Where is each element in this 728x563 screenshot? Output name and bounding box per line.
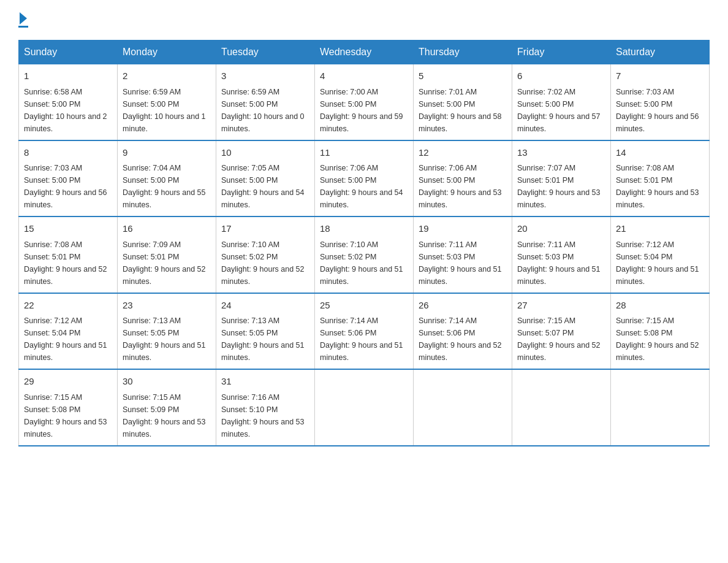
- day-info: Sunrise: 7:14 AMSunset: 5:06 PMDaylight:…: [419, 315, 507, 364]
- day-number: 14: [616, 146, 704, 160]
- calendar-cell: 14Sunrise: 7:08 AMSunset: 5:01 PMDayligh…: [611, 140, 710, 217]
- day-info: Sunrise: 7:03 AMSunset: 5:00 PMDaylight:…: [616, 86, 704, 135]
- calendar-cell: 29Sunrise: 7:15 AMSunset: 5:08 PMDayligh…: [19, 369, 118, 446]
- day-number: 18: [320, 222, 408, 236]
- day-number: 19: [419, 222, 507, 236]
- header-tuesday: Tuesday: [216, 40, 315, 64]
- day-info: Sunrise: 7:10 AMSunset: 5:02 PMDaylight:…: [221, 239, 309, 288]
- calendar-cell: [315, 369, 414, 446]
- calendar-week-row: 22Sunrise: 7:12 AMSunset: 5:04 PMDayligh…: [19, 293, 710, 370]
- calendar-cell: 11Sunrise: 7:06 AMSunset: 5:00 PMDayligh…: [315, 140, 414, 217]
- day-info: Sunrise: 7:15 AMSunset: 5:07 PMDaylight:…: [517, 315, 605, 364]
- day-number: 26: [419, 299, 507, 313]
- calendar-cell: 10Sunrise: 7:05 AMSunset: 5:00 PMDayligh…: [216, 140, 315, 217]
- header-wednesday: Wednesday: [315, 40, 414, 64]
- day-info: Sunrise: 7:03 AMSunset: 5:00 PMDaylight:…: [24, 162, 112, 211]
- day-number: 7: [616, 69, 704, 83]
- calendar-cell: 7Sunrise: 7:03 AMSunset: 5:00 PMDaylight…: [611, 64, 710, 140]
- calendar-cell: 1Sunrise: 6:58 AMSunset: 5:00 PMDaylight…: [19, 64, 118, 140]
- logo-underline: [18, 26, 28, 28]
- calendar-cell: 2Sunrise: 6:59 AMSunset: 5:00 PMDaylight…: [118, 64, 216, 140]
- logo: [18, 12, 28, 28]
- day-number: 8: [24, 146, 112, 160]
- calendar-cell: 6Sunrise: 7:02 AMSunset: 5:00 PMDaylight…: [512, 64, 611, 140]
- calendar-table: SundayMondayTuesdayWednesdayThursdayFrid…: [18, 40, 710, 446]
- logo-arrow-icon: [20, 12, 27, 25]
- day-info: Sunrise: 7:15 AMSunset: 5:09 PMDaylight:…: [123, 391, 211, 440]
- calendar-header-row: SundayMondayTuesdayWednesdayThursdayFrid…: [19, 40, 710, 64]
- day-number: 22: [24, 299, 112, 313]
- day-number: 25: [320, 299, 408, 313]
- calendar-cell: 26Sunrise: 7:14 AMSunset: 5:06 PMDayligh…: [414, 293, 512, 370]
- header-sunday: Sunday: [19, 40, 118, 64]
- calendar-cell: 13Sunrise: 7:07 AMSunset: 5:01 PMDayligh…: [512, 140, 611, 217]
- day-number: 10: [221, 146, 309, 160]
- calendar-cell: 22Sunrise: 7:12 AMSunset: 5:04 PMDayligh…: [19, 293, 118, 370]
- day-number: 5: [419, 69, 507, 83]
- day-number: 17: [221, 222, 309, 236]
- calendar-week-row: 15Sunrise: 7:08 AMSunset: 5:01 PMDayligh…: [19, 216, 710, 293]
- calendar-cell: 3Sunrise: 6:59 AMSunset: 5:00 PMDaylight…: [216, 64, 315, 140]
- calendar-cell: 19Sunrise: 7:11 AMSunset: 5:03 PMDayligh…: [414, 216, 512, 293]
- day-number: 30: [123, 375, 211, 389]
- day-info: Sunrise: 7:10 AMSunset: 5:02 PMDaylight:…: [320, 239, 408, 288]
- day-number: 3: [221, 69, 309, 83]
- day-number: 29: [24, 375, 112, 389]
- calendar-cell: 31Sunrise: 7:16 AMSunset: 5:10 PMDayligh…: [216, 369, 315, 446]
- day-info: Sunrise: 6:59 AMSunset: 5:00 PMDaylight:…: [221, 86, 309, 135]
- day-info: Sunrise: 7:12 AMSunset: 5:04 PMDaylight:…: [616, 239, 704, 288]
- calendar-cell: 16Sunrise: 7:09 AMSunset: 5:01 PMDayligh…: [118, 216, 216, 293]
- page-header: [18, 12, 710, 28]
- calendar-week-row: 8Sunrise: 7:03 AMSunset: 5:00 PMDaylight…: [19, 140, 710, 217]
- day-number: 23: [123, 299, 211, 313]
- calendar-cell: 27Sunrise: 7:15 AMSunset: 5:07 PMDayligh…: [512, 293, 611, 370]
- calendar-cell: 15Sunrise: 7:08 AMSunset: 5:01 PMDayligh…: [19, 216, 118, 293]
- day-number: 27: [517, 299, 605, 313]
- calendar-cell: 24Sunrise: 7:13 AMSunset: 5:05 PMDayligh…: [216, 293, 315, 370]
- day-info: Sunrise: 7:05 AMSunset: 5:00 PMDaylight:…: [221, 162, 309, 211]
- calendar-cell: 9Sunrise: 7:04 AMSunset: 5:00 PMDaylight…: [118, 140, 216, 217]
- day-number: 1: [24, 69, 112, 83]
- day-number: 15: [24, 222, 112, 236]
- day-number: 2: [123, 69, 211, 83]
- calendar-week-row: 29Sunrise: 7:15 AMSunset: 5:08 PMDayligh…: [19, 369, 710, 446]
- day-number: 28: [616, 299, 704, 313]
- calendar-cell: [512, 369, 611, 446]
- day-info: Sunrise: 7:00 AMSunset: 5:00 PMDaylight:…: [320, 86, 408, 135]
- day-info: Sunrise: 7:16 AMSunset: 5:10 PMDaylight:…: [221, 391, 309, 440]
- calendar-cell: 12Sunrise: 7:06 AMSunset: 5:00 PMDayligh…: [414, 140, 512, 217]
- day-info: Sunrise: 7:13 AMSunset: 5:05 PMDaylight:…: [221, 315, 309, 364]
- day-info: Sunrise: 6:59 AMSunset: 5:00 PMDaylight:…: [123, 86, 211, 135]
- day-info: Sunrise: 7:09 AMSunset: 5:01 PMDaylight:…: [123, 239, 211, 288]
- day-number: 6: [517, 69, 605, 83]
- day-info: Sunrise: 7:12 AMSunset: 5:04 PMDaylight:…: [24, 315, 112, 364]
- calendar-cell: 17Sunrise: 7:10 AMSunset: 5:02 PMDayligh…: [216, 216, 315, 293]
- header-monday: Monday: [118, 40, 216, 64]
- day-info: Sunrise: 7:06 AMSunset: 5:00 PMDaylight:…: [419, 162, 507, 211]
- day-info: Sunrise: 7:01 AMSunset: 5:00 PMDaylight:…: [419, 86, 507, 135]
- day-info: Sunrise: 7:15 AMSunset: 5:08 PMDaylight:…: [616, 315, 704, 364]
- header-saturday: Saturday: [611, 40, 710, 64]
- day-number: 13: [517, 146, 605, 160]
- calendar-cell: 21Sunrise: 7:12 AMSunset: 5:04 PMDayligh…: [611, 216, 710, 293]
- day-info: Sunrise: 7:14 AMSunset: 5:06 PMDaylight:…: [320, 315, 408, 364]
- day-info: Sunrise: 7:04 AMSunset: 5:00 PMDaylight:…: [123, 162, 211, 211]
- day-info: Sunrise: 7:08 AMSunset: 5:01 PMDaylight:…: [24, 239, 112, 288]
- calendar-cell: [611, 369, 710, 446]
- calendar-cell: [414, 369, 512, 446]
- day-number: 9: [123, 146, 211, 160]
- calendar-week-row: 1Sunrise: 6:58 AMSunset: 5:00 PMDaylight…: [19, 64, 710, 140]
- day-number: 12: [419, 146, 507, 160]
- day-info: Sunrise: 7:06 AMSunset: 5:00 PMDaylight:…: [320, 162, 408, 211]
- day-number: 11: [320, 146, 408, 160]
- day-info: Sunrise: 7:11 AMSunset: 5:03 PMDaylight:…: [517, 239, 605, 288]
- day-info: Sunrise: 7:11 AMSunset: 5:03 PMDaylight:…: [419, 239, 507, 288]
- day-info: Sunrise: 7:15 AMSunset: 5:08 PMDaylight:…: [24, 391, 112, 440]
- day-number: 21: [616, 222, 704, 236]
- day-number: 20: [517, 222, 605, 236]
- calendar-cell: 28Sunrise: 7:15 AMSunset: 5:08 PMDayligh…: [611, 293, 710, 370]
- calendar-cell: 4Sunrise: 7:00 AMSunset: 5:00 PMDaylight…: [315, 64, 414, 140]
- day-info: Sunrise: 6:58 AMSunset: 5:00 PMDaylight:…: [24, 86, 112, 135]
- calendar-cell: 8Sunrise: 7:03 AMSunset: 5:00 PMDaylight…: [19, 140, 118, 217]
- header-thursday: Thursday: [414, 40, 512, 64]
